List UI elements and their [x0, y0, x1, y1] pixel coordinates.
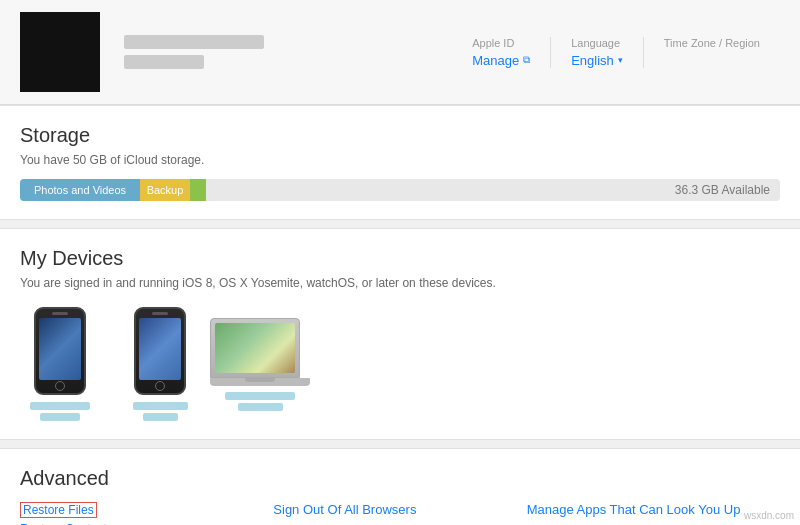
avatar: [20, 12, 100, 92]
macbook-shape: [210, 318, 300, 378]
iphone-wallpaper-1: [39, 318, 81, 380]
device-name-2: [133, 402, 188, 421]
sign-out-browsers-heading[interactable]: Sign Out Of All Browsers: [273, 502, 506, 517]
iphone-screen-1: [39, 318, 81, 380]
advanced-grid: Restore Files Restore Contacts Restore C…: [20, 502, 780, 525]
storage-desc: You have 50 GB of iCloud storage.: [20, 153, 780, 167]
iphone-wallpaper-2: [139, 318, 181, 380]
header-info: Apple ID Manage ⧉ Language English ▾ Tim…: [452, 37, 780, 68]
device-name-3: [225, 392, 295, 411]
device-name-1: [30, 402, 90, 421]
macbook-screen: [215, 323, 295, 373]
storage-other-segment: [190, 179, 206, 201]
iphone-screen-2: [139, 318, 181, 380]
devices-row: [20, 306, 780, 421]
device-img-1: [20, 306, 100, 396]
macbook-notch: [245, 378, 275, 382]
storage-section: Storage You have 50 GB of iCloud storage…: [0, 105, 800, 220]
name-bar-1: [124, 35, 264, 49]
external-link-icon: ⧉: [523, 54, 530, 66]
manage-apps-heading[interactable]: Manage Apps That Can Look You Up: [527, 502, 760, 517]
header: Apple ID Manage ⧉ Language English ▾ Tim…: [0, 0, 800, 105]
devices-desc: You are signed in and running iOS 8, OS …: [20, 276, 780, 290]
manage-link[interactable]: Manage ⧉: [472, 53, 530, 68]
iphone-shape-1: [34, 307, 86, 395]
timezone-section: Time Zone / Region: [643, 37, 780, 68]
manage-apps-desc: Allow people to look you up by your Appl…: [527, 521, 760, 525]
name-bar-2: [124, 55, 204, 69]
apple-id-section: Apple ID Manage ⧉: [452, 37, 550, 68]
storage-photos-segment: Photos and Videos: [20, 179, 140, 201]
device-img-2: [120, 306, 200, 396]
storage-available: 36.3 GB Available: [206, 179, 780, 201]
iphone-speaker-2: [152, 312, 168, 315]
device-name-bar-1a: [30, 402, 90, 410]
restore-files-link[interactable]: Restore Files: [20, 502, 97, 518]
chevron-down-icon: ▾: [618, 55, 623, 65]
language-section: Language English ▾: [550, 37, 643, 68]
device-img-3: [220, 306, 300, 386]
storage-bar: Photos and Videos Backup 36.3 GB Availab…: [20, 179, 780, 201]
iphone-home-1: [55, 381, 65, 391]
storage-title: Storage: [20, 124, 780, 147]
iphone-speaker-1: [52, 312, 68, 315]
storage-backup-segment: Backup: [140, 179, 190, 201]
advanced-col-1: Restore Files Restore Contacts Restore C…: [20, 502, 273, 525]
advanced-col-2: Sign Out Of All Browsers Immediately sig…: [273, 502, 526, 525]
advanced-title: Advanced: [20, 467, 780, 490]
user-name-area: [124, 35, 428, 69]
apple-id-label: Apple ID: [472, 37, 530, 49]
advanced-col-3: Manage Apps That Can Look You Up Allow p…: [527, 502, 780, 525]
device-name-bar-3b: [238, 403, 283, 411]
device-name-bar-2a: [133, 402, 188, 410]
macbook-base: [210, 378, 310, 386]
device-item-3[interactable]: [220, 306, 300, 421]
device-item-1[interactable]: [20, 306, 100, 421]
iphone-shape-2: [134, 307, 186, 395]
devices-title: My Devices: [20, 247, 780, 270]
timezone-label: Time Zone / Region: [664, 37, 760, 49]
language-selector[interactable]: English ▾: [571, 53, 623, 68]
device-item-2[interactable]: [120, 306, 200, 421]
language-label: Language: [571, 37, 623, 49]
device-name-bar-3a: [225, 392, 295, 400]
advanced-section: Advanced Restore Files Restore Contacts …: [0, 448, 800, 525]
watermark: wsxdn.com: [744, 510, 794, 521]
device-name-bar-1b: [40, 413, 80, 421]
device-name-bar-2b: [143, 413, 178, 421]
devices-section: My Devices You are signed in and running…: [0, 228, 800, 440]
iphone-home-2: [155, 381, 165, 391]
sign-out-browsers-desc: Immediately sign out of all browsers cur…: [273, 521, 506, 525]
